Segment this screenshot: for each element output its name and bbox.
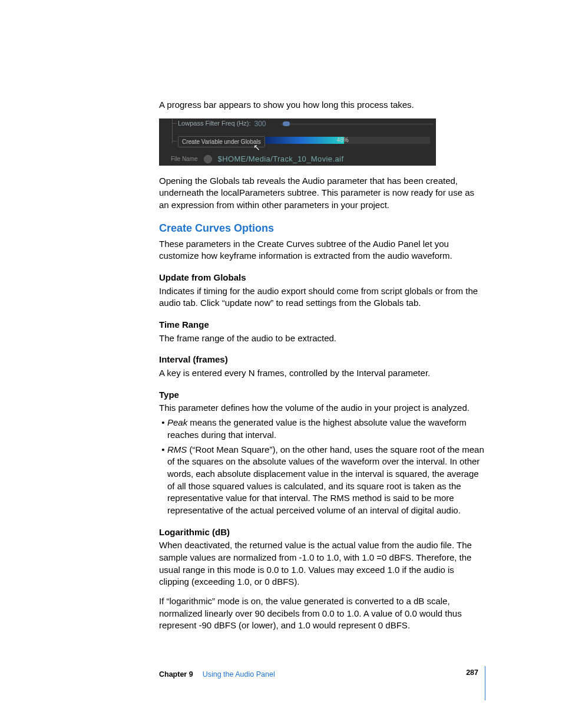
list-item: • RMS (“Root Mean Square”), on the other… [159,444,485,517]
bullet-rms-term: RMS [167,444,187,454]
lowpass-label: Lowpass Filter Freq (Hz): [178,119,250,128]
bullet-peak-term: Peak [167,417,187,427]
body-logarithmic-1: When deactivated, the returned value is … [159,539,485,588]
body-update-from-globals: Indicates if timing for the audio export… [159,285,485,309]
progress-bar-screenshot: Lowpass Filter Freq (Hz): 300 Create Var… [159,118,436,166]
heading-interval: Interval (frames) [159,354,485,366]
file-row: File Name $HOME/Media/Track_10_Movie.aif [171,154,343,164]
body-logarithmic-2: If “logarithmic” mode is on, the value g… [159,595,485,632]
footer-divider [485,666,485,700]
bullet-icon: • [159,444,167,456]
heading-type: Type [159,389,485,401]
globals-paragraph: Opening the Globals tab reveals the Audi… [159,175,485,212]
body-time-range: The frame range of the audio to be extra… [159,332,485,345]
lowpass-value: 300 [254,119,266,129]
page-number: 287 [466,668,478,678]
heading-time-range: Time Range [159,319,485,331]
lowpass-row: Lowpass Filter Freq (Hz): 300 [178,119,266,129]
chapter-title: Using the Audio Panel [203,670,275,680]
chapter-label: Chapter 9 [159,670,193,680]
list-item: • Peak means the generated value is the … [159,417,485,441]
body-type: This parameter defines how the volume of… [159,402,485,414]
bullet-peak-text: means the generated value is the highest… [167,417,467,440]
heading-update-from-globals: Update from Globals [159,272,485,284]
section-heading-create-curves: Create Curves Options [159,221,485,236]
create-variable-button[interactable]: Create Variable under Globals [178,136,265,148]
intro-line: A progress bar appears to show you how l… [159,99,485,111]
type-bullets: • Peak means the generated value is the … [159,417,485,517]
lowpass-slider[interactable] [280,123,434,125]
bullet-icon: • [159,417,167,429]
progress-bar: 48% [265,137,430,144]
slider-thumb[interactable] [283,121,290,126]
file-name-label: File Name [171,155,198,163]
file-path-value: $HOME/Media/Track_10_Movie.aif [218,154,344,164]
section-intro: These parameters in the Create Curves su… [159,238,485,262]
progress-percent: 48% [337,136,349,144]
dropdown-icon[interactable] [204,155,212,163]
bullet-rms-text: (“Root Mean Square”), on the other hand,… [167,444,484,515]
page-footer: Chapter 9 Using the Audio Panel 287 [159,670,485,705]
heading-logarithmic: Logarithmic (dB) [159,526,485,539]
body-interval: A key is entered every N frames, control… [159,367,485,380]
